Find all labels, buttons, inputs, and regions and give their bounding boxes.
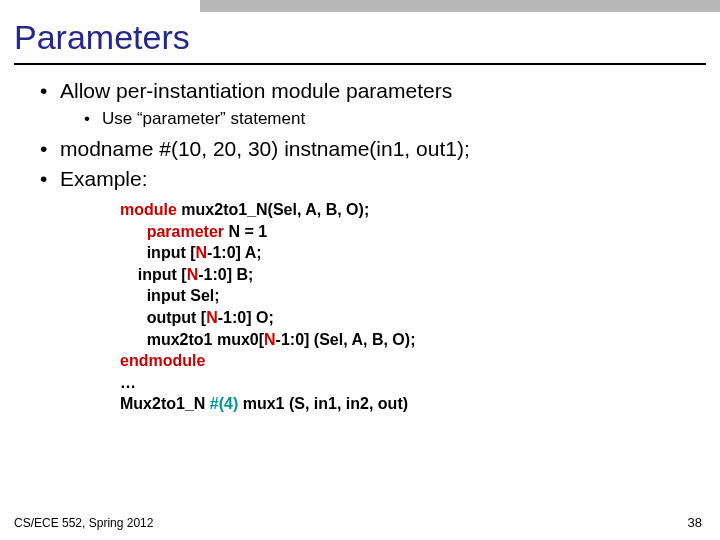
bullet-item: Example: (40, 167, 690, 191)
code-text: mux2to1_N(Sel, A, B, O); (177, 201, 369, 218)
code-line: Mux2to1_N #(4) mux1 (S, in1, in2, out) (120, 393, 720, 415)
code-text: -1:0] (Sel, A, B, O); (276, 331, 416, 348)
title-rule (14, 63, 706, 65)
bullet-list: Allow per-instantiation module parameter… (40, 79, 690, 191)
param-n: N (187, 266, 199, 283)
top-bar (200, 0, 720, 12)
code-line: parameter N = 1 (120, 221, 720, 243)
code-text: … (120, 374, 136, 391)
code-text: -1:0] B; (198, 266, 253, 283)
code-line: endmodule (120, 350, 720, 372)
keyword-endmodule: endmodule (120, 352, 205, 369)
bullet-text: Allow per-instantiation module parameter… (60, 79, 452, 102)
code-text: -1:0] O; (218, 309, 274, 326)
bullet-item: modname #(10, 20, 30) instname(in1, out1… (40, 137, 690, 161)
code-text: input Sel; (120, 287, 220, 304)
param-n: N (196, 244, 208, 261)
code-text: mux1 (S, in1, in2, out) (238, 395, 408, 412)
sub-bullet-list: Use “parameter” statement (84, 109, 690, 129)
param-n: N (264, 331, 276, 348)
code-line: input Sel; (120, 285, 720, 307)
slide-number: 38 (688, 515, 702, 530)
code-text: Mux2to1_N (120, 395, 210, 412)
bullet-text: Example: (60, 167, 148, 190)
sub-bullet-text: Use “parameter” statement (102, 109, 305, 128)
bullet-text: modname #(10, 20, 30) instname(in1, out1… (60, 137, 470, 160)
bullet-item: Allow per-instantiation module parameter… (40, 79, 690, 129)
code-text: output [ (120, 309, 206, 326)
code-text: input [ (120, 244, 196, 261)
code-line: input [N-1:0] A; (120, 242, 720, 264)
code-line: … (120, 372, 720, 394)
keyword-parameter: parameter (120, 223, 224, 240)
code-line: output [N-1:0] O; (120, 307, 720, 329)
param-n: N (206, 309, 218, 326)
keyword-module: module (120, 201, 177, 218)
code-line: input [N-1:0] B; (120, 264, 720, 286)
sub-bullet-item: Use “parameter” statement (84, 109, 690, 129)
code-text: input [ (120, 266, 187, 283)
footer-course: CS/ECE 552, Spring 2012 (14, 516, 153, 530)
param-override: #(4) (210, 395, 238, 412)
code-text: N = 1 (224, 223, 267, 240)
slide-title: Parameters (14, 18, 720, 57)
code-line: mux2to1 mux0[N-1:0] (Sel, A, B, O); (120, 329, 720, 351)
code-text: -1:0] A; (207, 244, 262, 261)
code-text: mux2to1 mux0[ (120, 331, 264, 348)
code-block: module mux2to1_N(Sel, A, B, O); paramete… (120, 199, 720, 415)
code-line: module mux2to1_N(Sel, A, B, O); (120, 199, 720, 221)
